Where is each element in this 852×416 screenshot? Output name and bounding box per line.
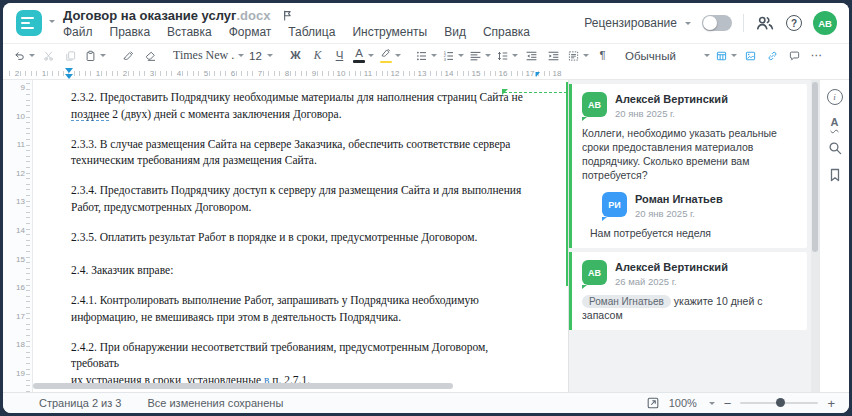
line-spacing-button[interactable] [495,46,519,66]
info-icon[interactable]: i [827,89,843,105]
review-label: Рецензирование [584,16,677,30]
paste-button[interactable] [83,46,107,66]
increase-indent-button[interactable] [544,46,563,66]
zoom-chevron-icon[interactable] [709,402,715,405]
fit-to-width-icon[interactable] [646,396,660,410]
cut-button[interactable] [39,46,58,66]
font-size-select[interactable]: 12 [248,46,274,66]
menu-item[interactable]: Файл [63,25,93,39]
comment-text: Роман Игнатьев укажите 10 дней с запасом [582,294,797,322]
zoom-slider[interactable] [740,402,818,404]
copy-icon [64,50,77,62]
zoom-slider-knob[interactable] [776,398,785,407]
ruler-number: 13 [16,196,25,207]
dropdown-chevron-icon [704,54,710,57]
insert-image-icon [744,50,757,62]
undo-button[interactable] [12,46,36,66]
highlight-color-button[interactable] [378,46,402,66]
menu-item[interactable]: Вставка [167,25,212,39]
menu-item[interactable]: Инструменты [352,25,427,39]
document-page[interactable]: 2.3.2. Предоставить Подрядчику необходим… [33,80,568,392]
insert-link-button[interactable] [763,46,782,66]
ruler-number: 13 [417,69,428,79]
clear-formatting-button[interactable] [141,46,160,66]
spellcheck-icon[interactable]: А [831,116,839,129]
left-indent-marker[interactable] [65,74,73,79]
decrease-indent-button[interactable] [522,46,541,66]
insert-table-button[interactable] [714,46,738,66]
menu-item[interactable]: Справка [483,25,530,39]
ruler-ticks [26,80,30,392]
paragraph[interactable]: 2.4. Заказчик вправе: [71,262,536,279]
ruler-number: 15 [471,69,482,79]
help-icon[interactable]: ? [786,15,802,31]
user-avatar[interactable]: АВ [813,11,837,35]
paragraph[interactable]: 2.3.2. Предоставить Подрядчику необходим… [71,89,536,122]
ruler-number: 14 [16,225,25,236]
comment-card[interactable]: АВАлексей Вертинский20 янв 2025 г.Коллег… [569,84,807,248]
comment-date: 20 янв 2025 г. [635,208,723,219]
alignment-button[interactable] [468,46,492,66]
document-text[interactable]: 2.3.2. Предоставить Подрядчику необходим… [33,80,568,392]
font-color-button[interactable]: А [352,46,375,66]
bookmark-icon[interactable] [827,167,843,183]
more-tools-button[interactable]: ⋯ [807,46,826,66]
search-icon[interactable] [827,140,843,156]
topbar-right-cluster: Рецензирование ? АВ [584,11,837,35]
menu-item[interactable]: Таблица [288,25,335,39]
paragraph[interactable]: 2.4.2. При обнаружении несоответствий тр… [71,339,536,389]
paragraph[interactable]: 2.3.4. Предоставить Подрядчику доступ к … [71,182,536,215]
collaborators-icon[interactable] [755,13,775,33]
bold-button[interactable]: Ж [286,46,305,66]
comment-card[interactable]: АВАлексей Вертинский26 май 2025 г.Роман … [569,252,807,330]
app-menu-chevron-icon[interactable] [49,20,55,23]
mention-chip[interactable]: Роман Игнатьев [582,295,671,308]
right-sidebar: i А [819,80,849,392]
vertical-ruler[interactable]: 91011121314151617181920 [3,80,33,392]
status-bar: Страница 2 из 3 Все изменения сохранены … [3,392,849,413]
zoom-controls: 100% − + [646,396,835,410]
insert-comment-button[interactable] [785,46,804,66]
dropdown-chevron-icon [731,54,737,57]
review-toggle[interactable] [702,15,732,31]
more-tools-glyph: ⋯ [811,50,823,61]
zoom-level[interactable]: 100% [669,397,697,409]
menu-item[interactable]: Правка [110,25,151,39]
insert-image-button[interactable] [741,46,760,66]
ruler-number: 15 [16,254,25,265]
vertical-scrollbar[interactable] [812,82,818,252]
comment: АВАлексей Вертинский20 янв 2025 г.Коллег… [582,92,797,182]
nonprinting-chars-button[interactable]: ¶ [593,46,612,66]
paragraph[interactable]: 2.3.5. Оплатить результат Работ в порядк… [71,229,536,246]
review-mode-control[interactable]: Рецензирование [584,16,691,30]
nonprinting-chars-glyph: ¶ [599,50,605,61]
ruler-number: 2 [14,69,20,79]
flag-icon[interactable] [281,9,294,22]
menu-item[interactable]: Формат [229,25,272,39]
copy-button[interactable] [61,46,80,66]
paragraph[interactable]: 2.3.3. В случае размещения Сайта на серв… [71,136,536,169]
underline-button[interactable]: Ч [330,46,349,66]
menu-item[interactable]: Вид [444,25,466,39]
paragraph-style-select[interactable]: Обычный [624,46,711,66]
comment-thread-indicator-line [566,82,568,286]
app-logo-icon[interactable] [16,10,42,36]
paragraph-settings-button[interactable] [566,46,590,66]
highlight-color-icon [379,48,392,64]
zoom-out-button[interactable]: − [724,397,732,410]
first-line-indent-marker[interactable] [65,68,73,73]
zoom-in-button[interactable]: + [827,397,835,410]
paragraph[interactable]: 2.4.1. Контролировать выполнение Работ, … [71,292,536,325]
horizontal-scrollbar[interactable] [33,383,453,389]
ruler-number: 10 [16,111,25,122]
insert-link-icon [766,50,779,62]
bullet-list-button[interactable] [414,46,438,66]
numbered-list-button[interactable] [441,46,465,66]
italic-button[interactable]: К [308,46,327,66]
horizontal-ruler[interactable]: 21123456789101112131415161718 [3,67,849,80]
numbered-list-icon [442,50,455,62]
increase-indent-icon [547,50,560,62]
font-family-select[interactable]: Times New ... [172,46,245,66]
format-painter-button[interactable] [119,46,138,66]
dropdown-chevron-icon [395,54,401,57]
